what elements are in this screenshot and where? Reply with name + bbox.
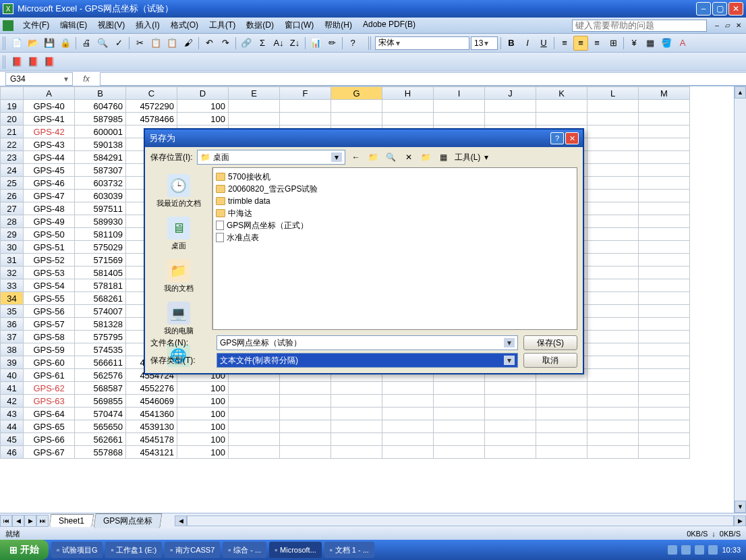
taskbar-item[interactable]: ▫Microsoft... — [269, 542, 322, 558]
cell[interactable]: GPS-64 — [24, 408, 75, 420]
cell[interactable] — [280, 433, 331, 446]
cell[interactable]: 100 — [177, 395, 229, 408]
sort-asc-button[interactable] — [271, 36, 286, 51]
column-header[interactable]: I — [434, 87, 485, 100]
row-header[interactable]: 29 — [1, 228, 24, 241]
align-left-button[interactable] — [557, 36, 572, 51]
cell[interactable]: GPS-51 — [24, 241, 75, 254]
cell[interactable] — [331, 446, 382, 459]
cell[interactable]: 100 — [177, 382, 229, 395]
cell[interactable]: 4543121 — [126, 446, 177, 459]
cell[interactable] — [536, 382, 587, 395]
cell[interactable] — [587, 305, 639, 318]
align-right-button[interactable] — [590, 36, 604, 51]
column-header[interactable]: F — [280, 87, 331, 100]
column-header[interactable]: A — [24, 87, 75, 100]
cell[interactable] — [639, 318, 690, 331]
dialog-help-button[interactable]: ? — [550, 132, 564, 144]
row-header[interactable]: 27 — [1, 202, 24, 215]
cell[interactable] — [229, 446, 280, 459]
cell[interactable] — [639, 446, 690, 459]
cell[interactable] — [587, 125, 639, 138]
cell[interactable] — [639, 241, 690, 254]
cell[interactable]: GPS-42 — [24, 125, 75, 138]
cell[interactable]: 578181 — [75, 279, 126, 292]
borders-button[interactable] — [643, 36, 658, 51]
currency-button[interactable]: ¥ — [627, 36, 641, 51]
cell[interactable] — [485, 408, 536, 420]
column-header[interactable]: D — [177, 87, 229, 100]
menu-item[interactable]: 工具(T) — [204, 18, 241, 32]
cell[interactable]: GPS-60 — [24, 356, 75, 369]
cell[interactable]: 604760 — [75, 100, 126, 113]
maximize-button[interactable]: ▢ — [712, 2, 727, 16]
cell[interactable] — [639, 408, 690, 420]
cell[interactable]: 575795 — [75, 331, 126, 343]
cell[interactable]: GPS-55 — [24, 292, 75, 305]
row-header[interactable]: 23 — [1, 151, 24, 164]
cell[interactable] — [639, 190, 690, 202]
cell[interactable] — [331, 420, 382, 433]
cell[interactable]: GPS-52 — [24, 254, 75, 267]
cell[interactable] — [485, 446, 536, 459]
scroll-up-button[interactable]: ▲ — [735, 86, 746, 99]
doc-restore-button[interactable]: ▱ — [723, 21, 733, 30]
cell[interactable]: GPS-47 — [24, 190, 75, 202]
cell[interactable] — [587, 177, 639, 190]
cell[interactable] — [639, 228, 690, 241]
open-button[interactable] — [26, 36, 40, 51]
underline-button[interactable] — [536, 36, 551, 51]
cell[interactable]: 581109 — [75, 228, 126, 241]
cell[interactable]: 100 — [177, 408, 229, 420]
cell[interactable] — [639, 305, 690, 318]
cell[interactable] — [587, 100, 639, 113]
tray-icon[interactable] — [695, 545, 704, 555]
cell[interactable]: GPS-43 — [24, 138, 75, 151]
menu-item[interactable]: 文件(F) — [18, 18, 55, 32]
tab-last-button[interactable]: ⏭ — [36, 515, 49, 527]
cell[interactable] — [639, 177, 690, 190]
cell[interactable] — [587, 164, 639, 177]
cell[interactable] — [639, 100, 690, 113]
permission-button[interactable]: 🔒 — [58, 36, 73, 51]
cell[interactable] — [485, 100, 536, 113]
cell[interactable]: 100 — [177, 420, 229, 433]
column-header[interactable]: K — [536, 87, 587, 100]
cell[interactable]: GPS-62 — [24, 382, 75, 395]
cell[interactable] — [382, 408, 434, 420]
cell[interactable]: 4572290 — [126, 100, 177, 113]
cell[interactable]: 100 — [177, 446, 229, 459]
print-button[interactable] — [79, 36, 94, 51]
spelling-button[interactable]: ✓ — [111, 36, 126, 51]
cell[interactable]: GPS-57 — [24, 318, 75, 331]
cell[interactable] — [434, 446, 485, 459]
hscroll-left-button[interactable]: ◀ — [175, 515, 187, 526]
system-tray[interactable]: 10:33 — [662, 545, 746, 555]
fx-icon[interactable]: fx — [73, 74, 100, 84]
cell[interactable]: 4541360 — [126, 408, 177, 420]
row-header[interactable]: 45 — [1, 433, 24, 446]
cell[interactable] — [587, 138, 639, 151]
cell[interactable] — [434, 113, 485, 125]
cell[interactable] — [536, 446, 587, 459]
search-button[interactable] — [384, 150, 398, 164]
cell[interactable] — [536, 113, 587, 125]
cell[interactable] — [280, 100, 331, 113]
new-folder-button[interactable] — [420, 150, 433, 164]
name-box-dropdown-icon[interactable]: ▾ — [64, 74, 68, 84]
dialog-close-button[interactable]: ✕ — [565, 132, 579, 144]
file-item[interactable]: trimble data — [216, 195, 574, 207]
file-item[interactable]: 水准点表 — [216, 231, 574, 244]
cell[interactable] — [587, 318, 639, 331]
sheet-tab-2[interactable]: GPS网点坐标 — [94, 513, 163, 528]
cell[interactable] — [382, 420, 434, 433]
taskbar-item[interactable]: ▫工作盘1 (E:) — [105, 542, 162, 558]
filename-input[interactable]: GPS网点坐标（试验） ▾ — [217, 335, 518, 350]
minimize-button[interactable]: – — [696, 2, 711, 16]
cell[interactable] — [639, 369, 690, 382]
column-header[interactable]: J — [485, 87, 536, 100]
cell[interactable] — [587, 241, 639, 254]
cell[interactable] — [536, 100, 587, 113]
cell[interactable] — [280, 382, 331, 395]
cell[interactable] — [639, 113, 690, 125]
